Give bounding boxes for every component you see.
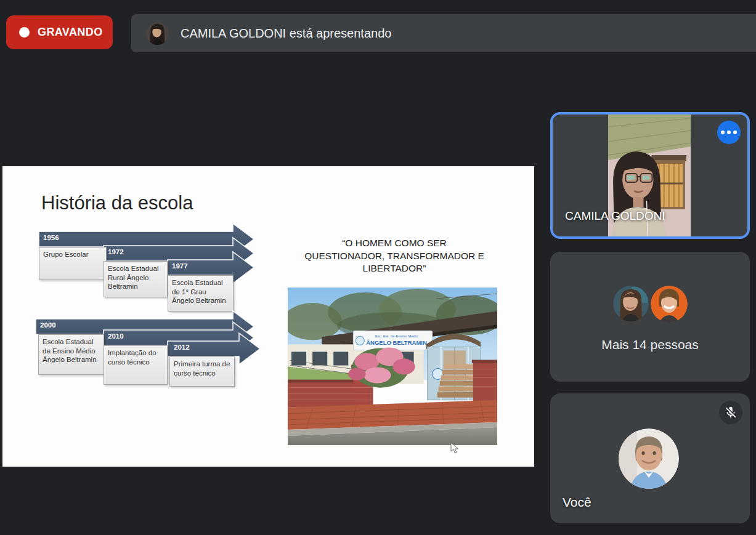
mic-muted-badge [719,401,742,424]
more-options-button[interactable] [717,121,741,144]
presenting-banner: CAMILA GOLDONI está apresentando [131,14,756,52]
timeline-year: 2012 [174,344,190,351]
timeline-box: Implantação do curso técnico [104,345,168,385]
photo-sign-main-text: ÂNGELO BELTRAMIN [366,339,427,346]
participant-tile-you[interactable]: Você [550,393,750,523]
timeline-year: 1956 [43,234,59,241]
presenting-text: CAMILA GOLDONI está apresentando [181,26,391,41]
mic-off-icon [724,406,738,419]
timeline-year: 2010 [108,332,124,340]
you-label: Você [563,495,591,510]
timeline-box: Escola Estadual Rural Ângelo Beltramin [104,261,168,297]
school-photo: Esc. Est. de Ensino Médio ÂNGELO BELTRAM… [288,288,497,445]
participant-tile-camila[interactable]: CAMILA GOLDONI [550,112,750,239]
presenter-avatar [146,22,169,45]
avatar [613,286,649,321]
others-avatars [550,286,750,323]
timeline-box: Primeira turma de curso técnico [169,356,235,387]
timeline-box: Escola Estadual de 1° Grau Ângelo Beltra… [168,275,234,312]
timeline-box: Grupo Escolar [39,247,107,280]
quote-line: “O HOMEM COMO SER [277,237,511,250]
others-count-label: Mais 14 pessoas [550,337,750,352]
photo-sign-small-text: Esc. Est. de Ensino Médio [375,334,418,338]
recording-dot-icon [19,27,30,38]
recording-label: GRAVANDO [38,26,103,39]
presentation-slide: História da escola 1956 1972 1977 Grupo … [2,166,534,467]
timeline-box: Escola Estadual de Ensino Médio Ângelo B… [38,334,104,375]
timeline-year: 1972 [108,248,124,255]
avatar [619,428,679,489]
timeline-year: 1977 [172,262,188,270]
participant-name-label: CAMILA GOLDONI [565,209,665,223]
quote-line: QUESTIONADOR, TRANSFORMADOR E [277,250,511,263]
meet-window: GRAVANDO CAMILA GOLDONI está apresentand… [0,0,756,535]
avatar [651,286,688,323]
recording-badge: GRAVANDO [6,15,113,49]
participant-tile-others[interactable]: Mais 14 pessoas [550,252,750,382]
ellipsis-icon [721,131,737,134]
timeline-year: 2000 [40,321,56,329]
slide-quote: “O HOMEM COMO SER QUESTIONADOR, TRANSFOR… [277,237,511,275]
mouse-cursor [450,442,459,454]
quote-line: LIBERTADOR” [277,262,511,275]
slide-title: História da escola [41,192,193,214]
